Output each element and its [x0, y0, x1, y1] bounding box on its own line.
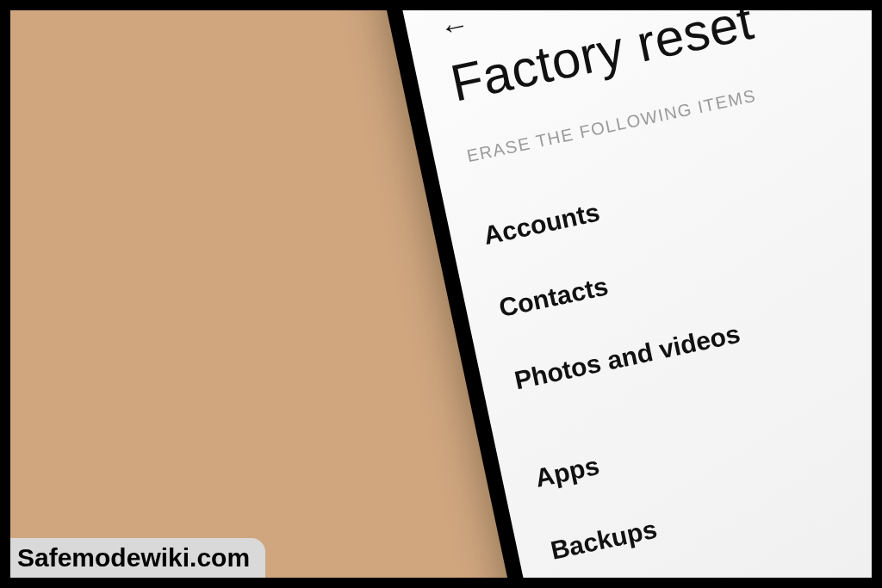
phone-container: 9:30 4G 79: [372, 10, 872, 578]
phone-screen: 9:30 4G 79: [390, 10, 872, 578]
image-frame: 9:30 4G 79: [0, 0, 882, 588]
watermark-label: Safemodewiki.com: [10, 538, 265, 578]
back-arrow-icon: ←: [437, 10, 472, 45]
phone-body: 9:30 4G 79: [372, 10, 872, 578]
background: 9:30 4G 79: [10, 10, 872, 578]
